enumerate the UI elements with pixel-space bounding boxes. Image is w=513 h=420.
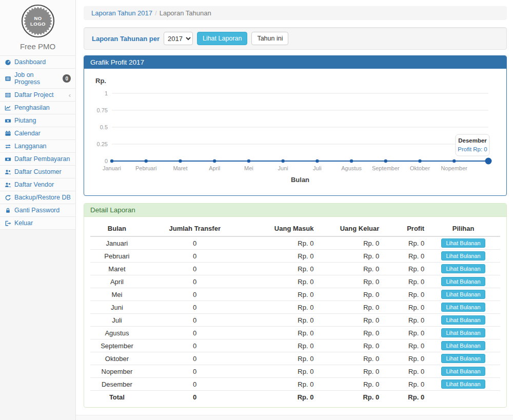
profit-chart[interactable]: Rp.10.750.50.250JanuariPebruariMaretApri…	[90, 73, 500, 191]
data-point-juli[interactable]	[315, 159, 319, 163]
chart-panel-title: Grafik Profit 2017	[84, 56, 506, 69]
breadcrumb-link-laporan-tahun[interactable]: Laporan Tahun 2017	[91, 9, 152, 17]
table-row-desember: Desember0Rp. 0Rp. 0Rp. 0Lihat Bulanan	[90, 378, 500, 391]
x-tick-label: Maret	[173, 165, 187, 171]
footer: Powered by Free PMO, and developed with …	[76, 415, 513, 420]
data-point-april[interactable]	[213, 159, 216, 163]
year-select[interactable]: 2017	[164, 32, 193, 45]
sidebar-item-piutang[interactable]: Piutang	[0, 114, 75, 127]
table-body: Januari0Rp. 0Rp. 0Rp. 0Lihat BulananPebr…	[90, 236, 500, 403]
sidebar-item-daftar-customer[interactable]: Daftar Customer	[0, 166, 75, 178]
cell-jumlah-transfer: 0	[144, 236, 246, 250]
lihat-bulanan-button[interactable]: Lihat Bulanan	[441, 328, 485, 337]
table-row-juli: Juli0Rp. 0Rp. 0Rp. 0Lihat Bulanan	[90, 314, 500, 327]
data-point-pebruari[interactable]	[145, 159, 148, 163]
lihat-bulanan-button[interactable]: Lihat Bulanan	[441, 315, 485, 325]
cell-uang-keluar: Rp. 0	[315, 275, 381, 288]
cell-jumlah-transfer: 0	[144, 391, 246, 403]
column-header-uang-masuk: Uang Masuk	[246, 221, 316, 236]
column-header-bulan: Bulan	[90, 221, 144, 236]
y-tick-label: 0	[105, 158, 108, 164]
tooltip-value: Profit Rp: 0	[458, 146, 487, 152]
cell-pilihan: Lihat Bulanan	[426, 352, 500, 365]
column-header-jumlah-transfer: Jumlah Transfer	[144, 221, 246, 236]
lihat-bulanan-button[interactable]: Lihat Bulanan	[441, 290, 485, 299]
filter-label: Laporan Tahunan per	[92, 35, 160, 43]
svg-text:LOGO: LOGO	[30, 21, 46, 27]
cell-uang-masuk: Rp. 0	[246, 236, 316, 250]
data-point-januari[interactable]	[110, 159, 113, 163]
sidebar-item-daftar-pembayaran[interactable]: Daftar Pembayaran	[0, 153, 75, 165]
table-row-april: April0Rp. 0Rp. 0Rp. 0Lihat Bulanan	[90, 275, 500, 288]
sidebar-item-penghasilan[interactable]: Penghasilan	[0, 102, 75, 114]
lihat-bulanan-button[interactable]: Lihat Bulanan	[441, 354, 485, 363]
lihat-bulanan-button[interactable]: Lihat Bulanan	[441, 264, 485, 273]
users-icon	[5, 182, 11, 188]
cell-uang-masuk: Rp. 0	[246, 365, 316, 378]
chevron-left-icon: ‹	[69, 92, 71, 98]
sidebar-item-calendar[interactable]: Calendar	[0, 127, 75, 139]
breadcrumb-separator: /	[152, 9, 160, 17]
data-point-maret[interactable]	[179, 159, 182, 163]
sidebar-item-backup-restore-db[interactable]: Backup/Restore DB	[0, 191, 75, 204]
profit-chart-svg: Rp.10.750.50.250JanuariPebruariMaretApri…	[90, 73, 500, 190]
cell-bulan: Total	[90, 391, 144, 403]
sidebar-item-label: Penghasilan	[14, 104, 50, 111]
tahun-ini-button[interactable]: Tahun ini	[251, 32, 288, 45]
data-point-mei[interactable]	[247, 159, 250, 163]
detail-report-panel: Detail Laporan BulanJumlah TransferUang …	[84, 203, 507, 408]
sidebar-item-job-on-progress[interactable]: Job on Progress0	[0, 69, 75, 88]
cell-profit: Rp. 0	[381, 378, 426, 391]
cell-pilihan: Lihat Bulanan	[426, 314, 500, 327]
cell-jumlah-transfer: 0	[144, 275, 246, 288]
table-row-pebruari: Pebruari0Rp. 0Rp. 0Rp. 0Lihat Bulanan	[90, 250, 500, 263]
lihat-bulanan-button[interactable]: Lihat Bulanan	[441, 379, 485, 389]
data-point-agustus[interactable]	[350, 159, 353, 163]
total-row: Total0Rp. 0Rp. 0Rp. 0	[90, 391, 500, 403]
lihat-bulanan-button[interactable]: Lihat Bulanan	[441, 303, 485, 312]
lihat-bulanan-button[interactable]: Lihat Bulanan	[441, 238, 485, 248]
sidebar-item-dashboard[interactable]: Dashboard	[0, 56, 75, 68]
column-header-profit: Profit	[381, 221, 426, 236]
page: NOLOGO Free PMO DashboardJob on Progress…	[0, 0, 513, 420]
data-point-nopember[interactable]	[452, 159, 456, 163]
sidebar: NOLOGO Free PMO DashboardJob on Progress…	[0, 0, 76, 420]
detail-panel-title: Detail Laporan	[84, 204, 506, 217]
table-row-maret: Maret0Rp. 0Rp. 0Rp. 0Lihat Bulanan	[90, 263, 500, 275]
cell-pilihan	[426, 391, 500, 403]
sidebar-item-label: Ganti Password	[14, 207, 60, 214]
cell-profit: Rp. 0	[381, 365, 426, 378]
sidebar-item-label: Daftar Vendor	[14, 181, 54, 188]
sidebar-item-label: Calendar	[14, 130, 41, 137]
sidebar-item-langganan[interactable]: Langganan	[0, 140, 75, 152]
sidebar-item-daftar-vendor[interactable]: Daftar Vendor	[0, 178, 75, 191]
lihat-laporan-button[interactable]: Lihat Laporan	[197, 32, 247, 45]
lihat-bulanan-button[interactable]: Lihat Bulanan	[441, 341, 485, 350]
data-point-oktober[interactable]	[418, 159, 421, 163]
cell-uang-keluar: Rp. 0	[315, 263, 381, 275]
cell-uang-masuk: Rp. 0	[246, 391, 316, 403]
data-point-september[interactable]	[384, 159, 387, 163]
cell-uang-masuk: Rp. 0	[246, 263, 316, 275]
cell-bulan: Juli	[90, 314, 144, 327]
data-point-juni[interactable]	[281, 159, 284, 163]
sidebar-item-keluar[interactable]: Keluar	[0, 217, 75, 229]
data-point-desember[interactable]	[485, 158, 492, 165]
cell-profit: Rp. 0	[381, 352, 426, 365]
cell-profit: Rp. 0	[381, 339, 426, 352]
cell-bulan: Oktober	[90, 352, 144, 365]
lihat-bulanan-button[interactable]: Lihat Bulanan	[441, 277, 485, 286]
users-icon	[5, 169, 11, 175]
sidebar-row-job-on-progress: Job on Progress0	[0, 68, 75, 88]
table-row-juni: Juni0Rp. 0Rp. 0Rp. 0Lihat Bulanan	[90, 301, 500, 314]
sidebar-item-label: Job on Progress	[14, 71, 60, 86]
calendar-icon	[5, 130, 11, 137]
cell-pilihan: Lihat Bulanan	[426, 378, 500, 391]
sidebar-row-piutang: Piutang	[0, 114, 75, 127]
lihat-bulanan-button[interactable]: Lihat Bulanan	[441, 367, 485, 376]
sidebar-item-ganti-password[interactable]: Ganti Password	[0, 204, 75, 216]
sidebar-item-label: Daftar Pembayaran	[14, 155, 70, 163]
sidebar-item-daftar-project[interactable]: Daftar Project‹	[0, 89, 75, 101]
lihat-bulanan-button[interactable]: Lihat Bulanan	[441, 251, 485, 261]
cell-jumlah-transfer: 0	[144, 314, 246, 327]
